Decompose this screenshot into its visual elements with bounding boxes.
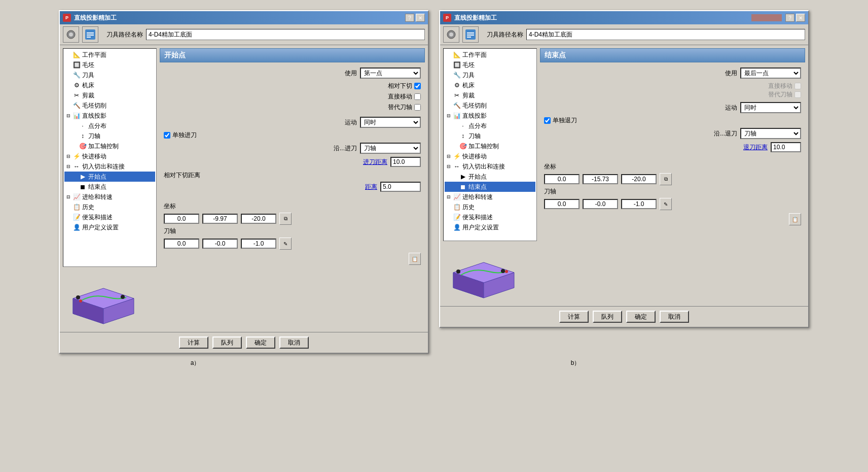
tree-item-feed-a[interactable]: ⊟ 📈 进给和转速 bbox=[64, 192, 155, 202]
tree-item-trim-a[interactable]: ✂ 剪裁 bbox=[64, 90, 155, 100]
cb-altaxis-input-b[interactable] bbox=[794, 91, 801, 98]
feed-dist-link-a[interactable]: 进刀距离 bbox=[363, 158, 387, 166]
motion-select-b[interactable]: 同时 分开 bbox=[740, 102, 801, 113]
ok-btn-b[interactable]: 确定 bbox=[626, 311, 656, 323]
label-start-a: 开始点 bbox=[88, 172, 106, 181]
calc-btn-b[interactable]: 计算 bbox=[559, 311, 589, 323]
tree-item-rapid-a[interactable]: ⊟ ⚡ 快进移动 bbox=[64, 151, 155, 161]
tree-item-projection-b[interactable]: ⊟ 📊 直线投影 bbox=[445, 111, 535, 121]
cb-relative-input-a[interactable] bbox=[414, 83, 421, 89]
use-select-b[interactable]: 第一点 最后一点 自定义 bbox=[740, 68, 801, 79]
tree-item-end-a[interactable]: ◼ 结束点 bbox=[64, 182, 155, 192]
tree-item-notes-b[interactable]: 📝 便笺和描述 bbox=[445, 212, 535, 222]
coord-pick-btn-b[interactable]: ⧉ bbox=[660, 173, 672, 185]
tree-item-workplane-a[interactable]: 📐 工作平面 bbox=[64, 50, 155, 60]
coord-pick-btn-a[interactable]: ⧉ bbox=[279, 213, 292, 225]
tree-item-feed-b[interactable]: ⊟ 📈 进给和转速 bbox=[445, 192, 535, 202]
tree-item-tool-a[interactable]: 🔧 刀具 bbox=[64, 70, 155, 80]
tree-item-axisctrl-a[interactable]: 🎯 加工轴控制 bbox=[64, 141, 155, 151]
relative-label-a: 相对下切距离 bbox=[164, 172, 200, 179]
ok-btn-a[interactable]: 确定 bbox=[246, 336, 275, 349]
close-button-b[interactable]: ✕ bbox=[796, 14, 805, 22]
solo-retract-check-b[interactable] bbox=[544, 117, 551, 124]
tree-item-start-a[interactable]: ▶ 开始点 bbox=[64, 172, 155, 182]
cb-alt-axis-input-a[interactable] bbox=[414, 104, 421, 111]
coord-y-a[interactable] bbox=[202, 214, 238, 224]
tree-item-history-b[interactable]: 📋 历史 bbox=[445, 202, 535, 212]
tree-item-user-b[interactable]: 👤 用户定义设置 bbox=[445, 222, 535, 232]
coord-z-b[interactable] bbox=[621, 174, 657, 184]
axis-pick-btn-a[interactable]: ✎ bbox=[279, 238, 292, 250]
motion-select-a[interactable]: 同时 分开 bbox=[360, 117, 421, 128]
cb-direct-input-b[interactable] bbox=[794, 83, 801, 89]
axis-y-b[interactable] bbox=[583, 199, 618, 209]
tree-item-user-a[interactable]: 👤 用户定义设置 bbox=[64, 222, 155, 232]
label-machine-a: 机床 bbox=[82, 81, 94, 90]
tree-item-blankcut-a[interactable]: 🔨 毛坯切削 bbox=[64, 100, 155, 111]
axis-pick-btn-b[interactable]: ✎ bbox=[660, 198, 672, 210]
queue-btn-a[interactable]: 队列 bbox=[212, 336, 242, 349]
icon-trim-b: ✂ bbox=[453, 91, 461, 99]
help-button-a[interactable]: ? bbox=[405, 14, 414, 22]
title-bar-a: P 直线投影精加工 ? ✕ bbox=[60, 11, 428, 24]
feed-dist-input-a[interactable] bbox=[390, 157, 421, 167]
checkboxes-a: 相对下切 直接移动 替代刀轴 bbox=[164, 82, 421, 114]
tree-item-end-b[interactable]: ◼ 结束点 bbox=[445, 182, 535, 192]
axis-x-a[interactable] bbox=[164, 239, 199, 249]
coord-z-a[interactable] bbox=[241, 214, 276, 224]
tree-item-blank-b[interactable]: 🔲 毛坯 bbox=[445, 60, 535, 70]
tree-item-inout-a[interactable]: ⊟ ↔ 切入切出和连接 bbox=[64, 161, 155, 172]
toolbar-icon2-a[interactable] bbox=[82, 26, 98, 43]
bottom-preview-a bbox=[60, 270, 428, 332]
help-button-b[interactable]: ? bbox=[785, 14, 794, 22]
tree-item-points-b[interactable]: · 点分布 bbox=[445, 121, 535, 131]
tree-item-rapid-b[interactable]: ⊟ ⚡ 快进移动 bbox=[445, 151, 535, 161]
tree-item-axis-a[interactable]: ↕ 刀轴 bbox=[64, 131, 155, 141]
tree-item-start-b[interactable]: ▶ 开始点 bbox=[445, 172, 535, 182]
axis-z-a[interactable] bbox=[241, 239, 276, 249]
along-select-a[interactable]: 刀轴 切向 bbox=[360, 143, 421, 154]
coord-y-b[interactable] bbox=[583, 174, 618, 184]
tree-item-notes-a[interactable]: 📝 便笺和描述 bbox=[64, 212, 155, 222]
coord-x-b[interactable] bbox=[544, 174, 580, 184]
dist-input-a[interactable] bbox=[380, 182, 421, 192]
cancel-btn-a[interactable]: 取消 bbox=[279, 336, 309, 349]
axis-z-b[interactable] bbox=[621, 199, 657, 209]
cb-direct-input-a[interactable] bbox=[414, 93, 421, 100]
close-button-a[interactable]: ✕ bbox=[416, 14, 425, 22]
use-label-a: 使用 bbox=[332, 69, 357, 78]
tree-item-trim-b[interactable]: ✂ 剪裁 bbox=[445, 90, 535, 100]
tree-item-workplane-b[interactable]: 📐 工作平面 bbox=[445, 50, 535, 60]
tree-item-projection-a[interactable]: ⊟ 📊 直线投影 bbox=[64, 111, 155, 121]
queue-btn-b[interactable]: 队列 bbox=[593, 311, 622, 323]
retract-dist-link-b[interactable]: 退刀距离 bbox=[743, 143, 768, 152]
tree-item-blank-a[interactable]: 🔲 毛坯 bbox=[64, 60, 155, 70]
calc-btn-a[interactable]: 计算 bbox=[179, 336, 208, 349]
tree-item-history-a[interactable]: 📋 历史 bbox=[64, 202, 155, 212]
copy-btn-b[interactable]: 📋 bbox=[789, 213, 801, 225]
tree-item-blankcut-b[interactable]: 🔨 毛坯切削 bbox=[445, 100, 535, 111]
tree-item-axis-b[interactable]: ↕ 刀轴 bbox=[445, 131, 535, 141]
axis-x-b[interactable] bbox=[544, 199, 580, 209]
along-select-b[interactable]: 刀轴 切向 bbox=[740, 128, 801, 139]
solo-feed-check-a[interactable] bbox=[164, 132, 170, 139]
cancel-btn-b[interactable]: 取消 bbox=[660, 311, 689, 323]
relative-section-a: 相对下切距离 bbox=[164, 171, 421, 180]
coord-x-a[interactable] bbox=[164, 214, 199, 224]
tree-item-machine-a[interactable]: ⚙ 机床 bbox=[64, 80, 155, 90]
toolbar-name-input-a[interactable] bbox=[146, 29, 425, 40]
copy-btn-a[interactable]: 📋 bbox=[409, 253, 421, 265]
retract-dist-input-b[interactable] bbox=[771, 142, 801, 152]
icon-projection-b: 📊 bbox=[453, 112, 461, 120]
tree-item-tool-b[interactable]: 🔧 刀具 bbox=[445, 70, 535, 80]
toolbar-name-input-b[interactable] bbox=[526, 29, 805, 40]
use-select-a[interactable]: 第一点 最后一点 自定义 bbox=[360, 68, 421, 79]
tree-item-points-a[interactable]: · 点分布 bbox=[64, 121, 155, 131]
tree-item-axisctrl-b[interactable]: 🎯 加工轴控制 bbox=[445, 141, 535, 151]
tree-item-machine-b[interactable]: ⚙ 机床 bbox=[445, 80, 535, 90]
tree-item-inout-b[interactable]: ⊟ ↔ 切入切出和连接 bbox=[445, 161, 535, 172]
form-group-b: 使用 第一点 最后一点 自定义 直接移动 bbox=[540, 65, 805, 157]
toolbar-icon2-b[interactable] bbox=[462, 26, 479, 43]
dist-link-a[interactable]: 距离 bbox=[365, 183, 377, 191]
axis-y-a[interactable] bbox=[202, 239, 238, 249]
